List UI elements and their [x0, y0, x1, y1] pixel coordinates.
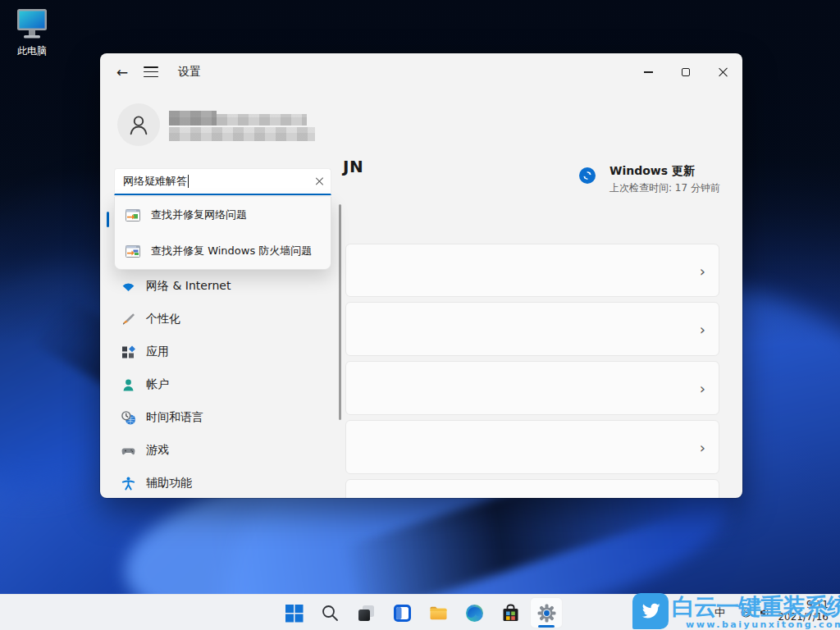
game-controller-icon [121, 443, 136, 459]
text-caret [188, 175, 189, 188]
volume-icon[interactable] [759, 606, 771, 619]
minimize-icon [644, 71, 653, 72]
suggestion-network-troubleshoot[interactable]: 查找并修复网络问题 [115, 197, 331, 233]
windows-update-last-checked: 上次检查时间: 17 分钟前 [609, 181, 720, 195]
ime-indicator[interactable]: 中 [714, 605, 725, 620]
tray-time: 9:11 [778, 599, 829, 611]
gear-icon [536, 603, 557, 623]
settings-window: ← 设置 JN Windows 更新 上次检查时间: 17 分 [100, 53, 742, 498]
troubleshoot-network-icon [126, 209, 140, 221]
search-suggestions: 查找并修复网络问题 查找并修复 Windows 防火墙问题 [114, 197, 331, 270]
settings-row[interactable]: › [345, 479, 719, 498]
nav-item-gaming[interactable]: 游戏 [108, 434, 331, 467]
nav-item-time-language[interactable]: 时间和语言 [108, 401, 331, 434]
windows-update-icon [579, 167, 596, 184]
search-icon [320, 603, 340, 623]
search-input[interactable]: 网络疑难解答 [114, 168, 331, 195]
running-app-indicator [538, 625, 555, 628]
suggestion-label: 查找并修复 Windows 防火墙问题 [151, 244, 312, 258]
close-icon [719, 67, 728, 77]
nav-selected-indicator [107, 212, 109, 227]
taskbar: 中 9:11 2021/7/16 [0, 594, 840, 630]
start-button[interactable] [276, 595, 312, 630]
nav-item-accounts[interactable]: 帐户 [108, 368, 331, 401]
widgets-icon [392, 603, 413, 623]
desktop-icon-this-pc[interactable]: 此电脑 [7, 7, 57, 58]
settings-row[interactable]: › [345, 420, 719, 474]
suggestion-firewall-troubleshoot[interactable]: 查找并修复 Windows 防火墙问题 [115, 233, 331, 269]
hamburger-menu-icon[interactable] [144, 66, 158, 78]
store-button[interactable] [492, 595, 528, 630]
close-button[interactable] [705, 53, 742, 91]
windows-update-status[interactable]: Windows 更新 上次检查时间: 17 分钟前 [579, 164, 720, 195]
edge-button[interactable] [456, 595, 492, 630]
chevron-right-icon: › [700, 439, 705, 456]
chevron-right-icon: › [700, 380, 705, 397]
paintbrush-icon [121, 312, 136, 327]
search-button[interactable] [312, 595, 348, 630]
troubleshoot-firewall-icon [126, 245, 140, 258]
this-pc-monitor-icon [13, 7, 51, 43]
redacted-user-name [169, 111, 315, 144]
chevron-right-icon: › [700, 262, 705, 279]
nav-item-personalization[interactable]: 个性化 [108, 303, 331, 336]
accessibility-icon [121, 476, 136, 491]
wifi-icon [121, 279, 136, 294]
task-view-button[interactable] [348, 595, 384, 630]
this-pc-label: 此电脑 [7, 44, 57, 58]
clear-search-icon[interactable] [314, 176, 324, 186]
taskbar-clock[interactable]: 9:11 2021/7/16 [778, 599, 829, 623]
minimize-button[interactable] [629, 53, 667, 91]
nav-item-accessibility[interactable]: 辅助功能 [108, 467, 331, 498]
search-value: 网络疑难解答 [123, 174, 187, 189]
edge-icon [464, 603, 485, 623]
nav-item-apps[interactable]: 应用 [108, 336, 331, 368]
nav-scrollbar[interactable] [339, 204, 341, 420]
task-view-icon [356, 603, 377, 623]
account-person-icon [121, 377, 136, 393]
window-title: 设置 [178, 65, 201, 80]
settings-card-list: › › › › › [345, 244, 719, 498]
window-titlebar: ← 设置 [100, 53, 742, 91]
chevron-right-icon: › [700, 497, 705, 498]
nav-item-network[interactable]: 网络 & Internet [108, 270, 331, 303]
maximize-icon [682, 68, 690, 76]
settings-button-active[interactable] [528, 595, 564, 630]
clock-globe-icon [121, 410, 136, 426]
settings-row[interactable]: › [345, 361, 719, 415]
person-icon [126, 112, 151, 137]
back-icon[interactable]: ← [110, 62, 135, 82]
store-icon [500, 603, 521, 623]
settings-row[interactable]: › [345, 244, 719, 297]
network-icon[interactable] [740, 606, 752, 619]
windows-update-title: Windows 更新 [609, 164, 720, 179]
device-name-heading: JN [343, 157, 363, 176]
file-explorer-button[interactable] [420, 595, 456, 630]
chevron-right-icon: › [700, 321, 705, 338]
user-avatar[interactable] [117, 103, 160, 146]
settings-nav: 网络 & Internet 个性化 应用 [108, 270, 331, 498]
windows-logo-icon [284, 603, 304, 623]
folder-icon [428, 603, 449, 623]
tray-date: 2021/7/16 [778, 611, 829, 623]
suggestion-label: 查找并修复网络问题 [151, 208, 247, 222]
settings-row[interactable]: › [345, 302, 719, 356]
apps-icon [121, 345, 136, 360]
widgets-button[interactable] [384, 595, 420, 630]
maximize-button[interactable] [667, 53, 705, 91]
